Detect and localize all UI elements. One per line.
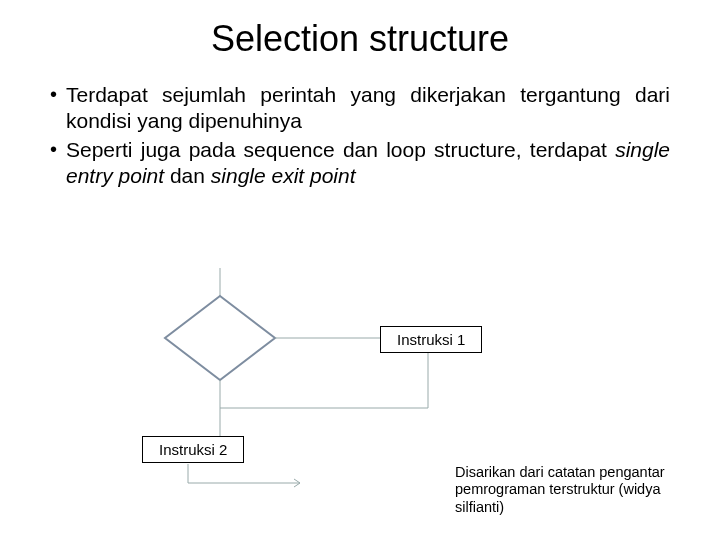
bullet-emphasis: single exit point	[211, 164, 356, 187]
bullet-dot-icon: •	[50, 137, 66, 162]
flowchart-node-instruksi-1: Instruksi 1	[380, 326, 482, 353]
svg-marker-1	[165, 296, 275, 380]
bullet-item: • Terdapat sejumlah perintah yang dikerj…	[50, 82, 670, 135]
bullet-text: Terdapat sejumlah perintah yang dikerjak…	[66, 82, 670, 135]
attribution-text: Disarikan dari catatan pengantar pemrogr…	[455, 464, 670, 516]
flowchart-node-instruksi-2: Instruksi 2	[142, 436, 244, 463]
bullet-text-span: dan	[164, 164, 211, 187]
bullet-text: Seperti juga pada sequence dan loop stru…	[66, 137, 670, 190]
bullet-text-span: Seperti juga pada sequence dan loop stru…	[66, 138, 615, 161]
bullet-text-span: Terdapat sejumlah perintah yang dikerjak…	[66, 83, 670, 132]
slide-title: Selection structure	[50, 18, 670, 60]
bullet-dot-icon: •	[50, 82, 66, 107]
slide: Selection structure • Terdapat sejumlah …	[0, 0, 720, 540]
bullet-item: • Seperti juga pada sequence dan loop st…	[50, 137, 670, 190]
bullet-list: • Terdapat sejumlah perintah yang dikerj…	[50, 82, 670, 189]
